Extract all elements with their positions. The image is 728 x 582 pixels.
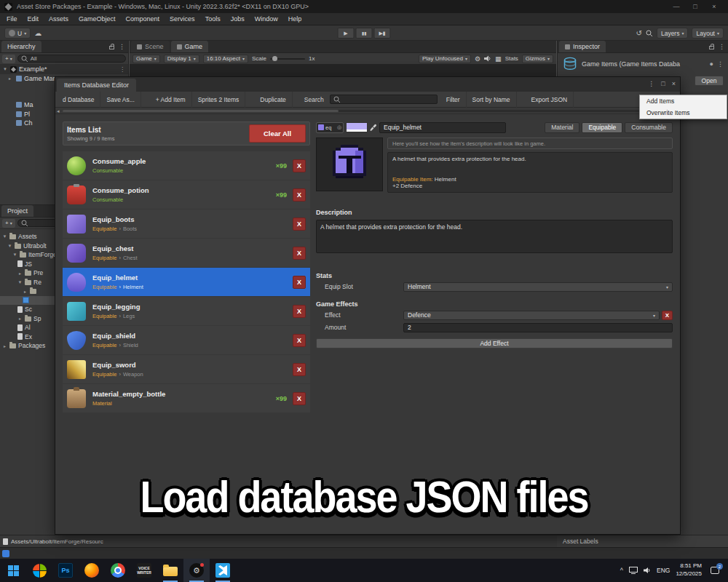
item-row[interactable]: Equip_shield Equipable › Shield X [63, 326, 310, 354]
vsync-icon[interactable]: ⚙ [475, 55, 480, 63]
tray-chevron-icon[interactable]: ^ [620, 567, 623, 574]
sprites-to-items-button[interactable]: Sprites 2 Items [192, 92, 246, 108]
voice-writer-icon[interactable]: VOICE WRITER [131, 559, 157, 582]
aspect-dropdown[interactable]: 16:10 Aspect ▾ [203, 55, 248, 63]
console-icon[interactable] [2, 550, 9, 557]
menu-component[interactable]: Component [121, 13, 165, 25]
pause-button[interactable]: ▮▮ [356, 28, 373, 39]
unity-icon[interactable]: ⚙ [183, 559, 210, 582]
item-name-input[interactable]: Equip_helmet [379, 122, 506, 133]
equip-slot-dropdown[interactable]: Helment ▾ [403, 282, 673, 292]
remove-item-button[interactable]: X [293, 334, 306, 347]
search-icon[interactable] [646, 30, 653, 37]
menu-window[interactable]: Window [250, 13, 283, 25]
add-item-button[interactable]: + Add Item [150, 92, 192, 108]
remove-item-button[interactable]: X [293, 363, 306, 376]
menu-icon[interactable]: ⋮ [119, 66, 125, 73]
menu-icon[interactable]: ⋮ [719, 43, 725, 50]
menu-icon[interactable]: ⋮ [119, 43, 125, 50]
gizmos-dropdown[interactable]: Gizmos ▾ [522, 55, 553, 63]
play-button[interactable]: ▶ [338, 28, 355, 39]
chrome-icon[interactable] [105, 559, 131, 582]
file-explorer-icon[interactable] [157, 559, 183, 582]
hierarchy-search-input[interactable]: All [17, 55, 126, 63]
menu-gameobject[interactable]: GameObject [74, 13, 121, 25]
language-indicator[interactable]: ENG [657, 567, 670, 574]
scrollbar-thumb[interactable] [63, 110, 339, 112]
history-icon[interactable]: ↺ [636, 29, 642, 37]
display-tray-icon[interactable] [629, 567, 638, 574]
menu-assets[interactable]: Assets [44, 13, 74, 25]
menu-icon[interactable]: ⋮ [717, 60, 724, 68]
slider-knob[interactable] [272, 56, 277, 61]
save-as-button[interactable]: Save As... [100, 92, 141, 108]
sort-by-name-button[interactable]: Sort by Name [467, 92, 517, 108]
start-button[interactable] [0, 559, 26, 582]
menu-item-overwrite-items[interactable]: Overwrite Items [640, 107, 727, 119]
effect-dropdown[interactable]: Defence ▾ [403, 311, 660, 320]
description-textarea[interactable]: A helmet that provides extra protection … [316, 220, 673, 253]
item-row[interactable]: Consume_apple Consumable ×99 X [63, 151, 310, 180]
toolbar-scrollbar[interactable]: ◂ [55, 108, 680, 114]
tab-hierarchy[interactable]: Hierarchy [1, 41, 41, 52]
close-button[interactable]: × [705, 0, 724, 13]
object-picker-icon[interactable]: ◎ [337, 124, 341, 130]
step-button[interactable]: ▶▮ [374, 28, 391, 39]
remove-item-button[interactable]: X [293, 188, 306, 202]
minimize-button[interactable]: — [667, 0, 686, 13]
account-button[interactable]: U ▾ [4, 28, 31, 39]
tab-items-database-editor[interactable]: Items Database Editor [57, 79, 136, 92]
widgets-icon[interactable] [26, 559, 52, 582]
type-equipable-button[interactable]: Equipable [582, 122, 622, 133]
photoshop-icon[interactable]: Ps [52, 559, 79, 582]
remove-item-button[interactable]: X [293, 218, 306, 231]
maximize-button[interactable]: □ [686, 0, 705, 13]
eyedropper-icon[interactable] [370, 124, 377, 132]
item-row[interactable]: Material_empty_bottle Material ×99 X [63, 384, 310, 412]
item-row[interactable]: Equip_boots Equipable › Boots X [63, 210, 310, 238]
menu-jobs[interactable]: Jobs [226, 13, 250, 25]
lock-icon[interactable] [109, 46, 114, 49]
lock-icon[interactable] [709, 46, 714, 49]
tab-scene[interactable]: Scene [131, 41, 170, 52]
menu-help[interactable]: Help [283, 13, 307, 25]
clear-all-button[interactable]: Clear All [249, 124, 306, 143]
tab-game[interactable]: Game [171, 41, 209, 52]
type-material-button[interactable]: Material [545, 122, 579, 133]
item-row[interactable]: Equip_legging Equipable › Legs X [63, 297, 310, 325]
remove-item-button[interactable]: X [293, 247, 306, 260]
firefox-icon[interactable] [79, 559, 105, 582]
preset-icon[interactable]: ● [710, 60, 713, 68]
scroll-left-icon[interactable]: ◂ [57, 108, 60, 113]
color-field[interactable] [346, 122, 368, 132]
item-search-input[interactable] [330, 95, 438, 104]
add-asset-button[interactable]: + ▾ [2, 219, 15, 228]
item-row[interactable]: Consume_potion Consumable ×99 X [63, 180, 310, 209]
play-focus-dropdown[interactable]: Play Unfocused ▾ [419, 55, 471, 63]
layers-dropdown[interactable]: Layers ▾ [657, 28, 689, 39]
open-button[interactable]: Open [695, 76, 724, 86]
remove-item-button[interactable]: X [293, 159, 306, 172]
menu-item-add-items[interactable]: Add Items [640, 95, 727, 107]
audio-mute-icon[interactable] [484, 55, 491, 62]
cloud-icon[interactable]: ☁ [34, 29, 41, 37]
menu-edit[interactable]: Edit [23, 13, 44, 25]
add-object-button[interactable]: + ▾ [2, 55, 15, 63]
metrics-grid-icon[interactable]: ▦ [495, 55, 502, 63]
volume-tray-icon[interactable] [644, 567, 651, 574]
menu-tools[interactable]: Tools [200, 13, 226, 25]
add-effect-button[interactable]: Add Effect [316, 338, 673, 348]
window-close-icon[interactable]: × [672, 80, 676, 87]
filter-button[interactable]: Filter [440, 92, 467, 108]
game-mode-dropdown[interactable]: Game ▾ [132, 55, 160, 63]
amount-input[interactable]: 2 [403, 323, 673, 332]
scale-slider[interactable] [270, 55, 305, 63]
remove-item-button[interactable]: X [293, 392, 306, 405]
tab-project[interactable]: Project [1, 205, 33, 217]
menu-services[interactable]: Services [165, 13, 200, 25]
remove-effect-button[interactable]: X [662, 311, 673, 320]
display-dropdown[interactable]: Display 1 ▾ [164, 55, 199, 63]
layout-dropdown[interactable]: Layout ▾ [692, 28, 724, 39]
sprite-object-field[interactable]: eq ◎ [316, 122, 344, 133]
export-json-button[interactable]: Export JSON [526, 92, 574, 108]
